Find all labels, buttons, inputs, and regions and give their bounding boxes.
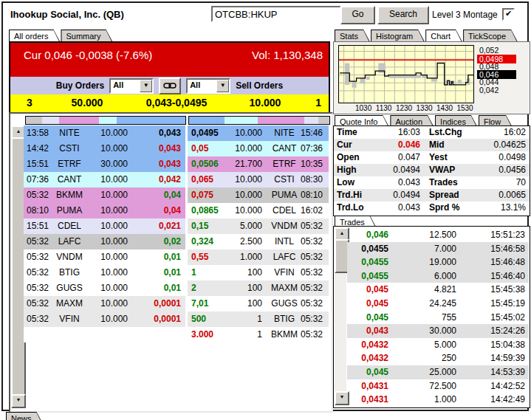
ask-row[interactable]: 7,01100GUGS05:32 [188,296,329,311]
tab-label: Indices [435,115,478,126]
level3-montage-checkbox[interactable]: ✔ [502,8,515,21]
chain-link-icon[interactable] [159,78,181,94]
bid-row[interactable]: 15:51ETRF30.0000,043 [24,156,185,172]
order-book-scrollbar[interactable]: ▲ ▼ [11,125,23,408]
buy-filter-dropdown[interactable]: All ▼ [109,78,154,94]
quote-label: Lst.Chg [420,126,475,139]
trade-row[interactable]: 0,04524.24515:45:19 [347,297,529,311]
bid-row[interactable]: 05:32LAFC10.0000,02 [24,234,185,249]
trade-row[interactable]: 0,043225014:59:39 [347,351,529,365]
trade-row[interactable]: 0,04311.00014:42:49 [347,393,529,407]
tab-label: Quote Info [335,115,389,126]
ask-mm: LAFC [268,249,301,265]
bid-row[interactable]: 07:36CANT10.0000,042 [24,172,185,187]
trade-row[interactable]: 0,043172.50014:42:52 [347,379,529,393]
ask-rows: 0,049510.000NITE15:460,0510.000CANT07:36… [188,125,329,342]
ask-row[interactable]: 0,049510.000NITE15:46 [188,125,329,141]
intraday-chart-panel: 103011301230133014301530 0,0520,04980,04… [333,41,530,114]
bid-row[interactable]: 13:58NITE10.0000,043 [24,125,185,141]
quote-label: Low [334,176,371,189]
bid-row[interactable]: 15:51CDEL10.0000,021 [24,218,185,234]
ask-row[interactable]: 0,3242.500INTL05:32 [188,234,329,249]
bid-row[interactable]: 05:32BTIG10.0000,01 [24,265,185,280]
quote-value: 70 [475,176,530,189]
trade-row[interactable]: 0,045519.00015:46:48 [347,255,529,269]
trade-row[interactable]: 0,04325.00015:04:38 [347,338,529,352]
bid-row[interactable] [24,327,185,342]
ask-mm: GUGS [268,296,301,311]
quote-label: Yest [420,151,475,164]
bid-time: 14:42 [24,141,52,156]
ask-size: 10.000 [234,172,268,187]
quote-value: 0.04625 [475,139,530,151]
tab-chart-chart[interactable]: Chart [425,30,462,42]
trade-row[interactable]: 0,04612.50015:51:23 [347,228,529,242]
tab-chart-histogram[interactable]: Histogram [371,30,425,42]
trades-scrollbar[interactable]: ▲ ▼ [335,227,346,405]
bid-row[interactable]: 05:32BKMM10.0000,04 [24,187,185,203]
tab-news-news[interactable]: News [6,412,44,420]
sell-filter-dropdown[interactable]: All ▼ [186,78,230,94]
bid-row[interactable]: 14:42CSTI10.0000,043 [24,141,185,156]
ask-row[interactable]: 0,06510.000CSTI08:30 [188,172,329,187]
bid-size: 10.000 [87,187,138,203]
ask-price: 0,15 [188,218,234,234]
trade-time: 14:59:39 [456,351,529,365]
trade-row[interactable]: 0,0454.82115:45:38 [347,283,529,297]
ask-row[interactable]: 0,050621.700ETRF10:35 [188,156,329,172]
search-button[interactable]: Search [377,6,429,24]
ticker-input[interactable] [211,6,341,22]
ask-time: 16:02 [301,203,329,218]
quote-row: Open0.047Yest0.0498 [334,151,530,164]
ask-row[interactable]: 2100MAXM05:32 [188,280,329,296]
ask-mm: CANT [268,141,301,156]
ask-row[interactable]: 0,0510.000CANT07:36 [188,141,329,156]
trade-row[interactable]: 0,04556.00015:46:40 [347,269,529,283]
trade-row[interactable]: 0,04525.00014:53:39 [347,365,529,379]
ask-price: 0,065 [188,172,234,187]
news-tabbar: News [6,411,44,420]
tab-orders-summary[interactable]: Summary [61,30,112,42]
tab-chart-stats[interactable]: Stats [335,30,370,42]
tab-orders-all-orders[interactable]: All orders [9,30,60,42]
trade-row[interactable]: 0,04330.00015:24:26 [347,324,529,338]
trade-size: 755 [388,311,456,325]
ask-row[interactable]: 5001BTIG05:32 [188,311,329,327]
trade-price: 0,045 [347,311,388,325]
scroll-down-icon[interactable]: ▼ [11,394,26,408]
ask-row[interactable]: 1100VFIN05:32 [188,265,329,280]
chevron-down-icon[interactable]: ▼ [216,80,229,92]
ask-mm: BKMM [268,327,301,342]
ask-price: 1 [188,265,234,280]
bid-size: 10.000 [87,125,138,141]
bid-time: 05:32 [24,296,52,311]
bid-row[interactable]: 08:10PUMA10.0000,04 [24,203,185,218]
ask-size: 21.700 [234,156,268,172]
tab-chart-tickscope[interactable]: TickScope [463,30,518,42]
bid-price: 0,043 [138,125,185,141]
price-banner: Cur 0,046 -0,0038 (-7.6%) Vol: 1,130,348 [10,43,329,77]
ask-price: 0,0865 [188,203,234,218]
bid-row[interactable]: 05:32VNDM10.0000,01 [24,249,185,265]
go-button[interactable]: Go [340,6,375,24]
ask-row[interactable]: 0,155.000VNDM05:32 [188,218,329,234]
ask-time: 07:36 [301,141,329,156]
ask-row[interactable]: 0,551.000LAFC05:32 [188,249,329,265]
bid-mm: CDEL [52,218,87,234]
bid-row[interactable]: 05:32MAXM10.0000,0001 [24,296,185,311]
bid-mm-count: 3 [27,97,32,109]
trade-row[interactable]: 0,04575515:45:02 [347,311,529,325]
trade-price: 0,0431 [347,393,388,407]
chevron-down-icon[interactable]: ▼ [140,80,152,92]
ask-row[interactable]: 0,086510.000CDEL16:02 [188,203,329,218]
ask-size: 1 [234,327,268,342]
ask-size: 10.000 [234,141,268,156]
trade-size: 6.000 [388,269,456,283]
bid-time: 13:58 [24,125,52,141]
trade-row[interactable]: 0,04557.00015:46:58 [347,242,529,256]
ask-row[interactable]: 0,07510.000PUMA08:10 [188,187,329,203]
bid-row[interactable]: 05:32GUGS10.0000,01 [24,280,185,296]
buy-orders-label: Buy Orders [56,80,104,91]
ask-row[interactable]: 3.0001BKMM05:32 [188,327,329,342]
bid-row[interactable]: 05:32VFIN10.0000,0001 [24,311,185,327]
